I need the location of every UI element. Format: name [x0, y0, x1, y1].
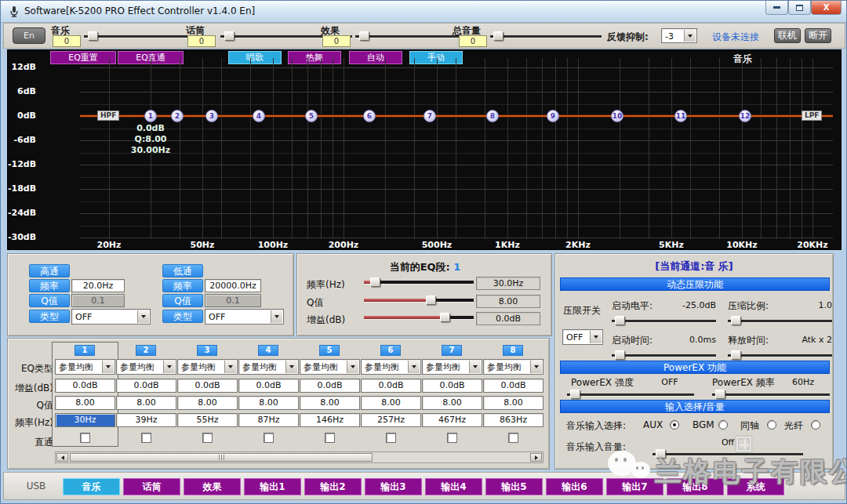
column-number[interactable]: 7: [442, 345, 462, 356]
maximize-button[interactable]: [788, 1, 811, 15]
gain-cell[interactable]: 0.0dB: [177, 379, 238, 393]
eq-point[interactable]: 4: [253, 110, 265, 122]
slider-thumb[interactable]: [359, 31, 369, 41]
column-number[interactable]: 6: [380, 345, 401, 356]
gain-cell[interactable]: 0.0dB: [300, 379, 360, 393]
dropdown-arrow-button[interactable]: [224, 361, 236, 373]
eq-type-dropdown[interactable]: 参量均衡: [300, 359, 360, 375]
limiter-param-slider[interactable]: [612, 315, 716, 326]
eq-graph-button[interactable]: 手动: [409, 51, 463, 64]
slider-thumb[interactable]: [426, 296, 436, 305]
bypass-checkbox[interactable]: [325, 433, 335, 443]
eq-type-dropdown[interactable]: 参量均衡: [483, 359, 543, 375]
freq-cell[interactable]: 39Hz: [116, 413, 176, 427]
scroll-left-button[interactable]: [56, 453, 68, 462]
channel-tab-4[interactable]: 输出1: [244, 478, 301, 495]
scroll-right-button[interactable]: [530, 453, 542, 462]
column-number[interactable]: 8: [503, 345, 523, 356]
bypass-checkbox[interactable]: [80, 433, 90, 443]
eq-point[interactable]: 12: [739, 110, 751, 122]
column-number[interactable]: 4: [258, 345, 278, 356]
bypass-checkbox[interactable]: [386, 433, 396, 443]
q-cell[interactable]: 8.00: [238, 396, 299, 410]
eq-graph-button[interactable]: 自动: [349, 51, 402, 64]
freq-cell[interactable]: 467Hz: [422, 413, 482, 427]
dropdown-arrow-button[interactable]: [469, 361, 481, 373]
freq-cell[interactable]: 87Hz: [238, 413, 299, 427]
slider-thumb[interactable]: [731, 316, 741, 325]
volume-slider[interactable]: [490, 31, 602, 42]
dropdown-arrow-button[interactable]: [408, 361, 420, 373]
table-hscrollbar[interactable]: [55, 451, 543, 463]
input-option-radio[interactable]: [670, 420, 679, 430]
dropdown-arrow-button[interactable]: [271, 310, 282, 323]
freq-cell[interactable]: 257Hz: [361, 413, 421, 427]
eq-type-dropdown[interactable]: 参量均衡: [55, 359, 115, 375]
channel-tab-10[interactable]: 输出7: [606, 478, 663, 495]
eq-type-dropdown[interactable]: 参量均衡: [116, 359, 176, 375]
limiter-param-slider[interactable]: [728, 350, 832, 361]
freq-cell[interactable]: 55Hz: [177, 413, 238, 427]
eq-point[interactable]: 9: [547, 110, 559, 122]
hpf-freq-input[interactable]: 20.0Hz: [71, 279, 125, 292]
limiter-param-slider[interactable]: [728, 315, 832, 326]
q-cell[interactable]: 8.00: [55, 396, 115, 410]
dropdown-arrow-button[interactable]: [137, 310, 149, 323]
bypass-checkbox[interactable]: [508, 433, 518, 443]
column-number[interactable]: 1: [75, 345, 95, 356]
column-number[interactable]: 5: [319, 345, 340, 356]
input-volume-slider[interactable]: [653, 448, 803, 459]
q-cell[interactable]: 8.00: [116, 396, 176, 410]
bypass-checkbox[interactable]: [447, 433, 457, 443]
channel-tab-7[interactable]: 输出4: [425, 478, 482, 495]
eq-graph-button[interactable]: EQ重置: [50, 51, 116, 64]
limiter-switch-dropdown[interactable]: OFF: [562, 329, 603, 345]
eq-point[interactable]: 7: [424, 110, 436, 122]
dropdown-arrow-button[interactable]: [102, 361, 114, 373]
lpf-badge[interactable]: LPF: [802, 111, 822, 121]
gain-cell[interactable]: 0.0dB: [238, 379, 299, 393]
close-button[interactable]: X: [811, 1, 842, 15]
minimize-button[interactable]: [765, 1, 788, 15]
eq-type-dropdown[interactable]: 参量均衡: [422, 359, 482, 375]
channel-tab-1[interactable]: 音乐: [63, 478, 120, 495]
lpf-freq-input[interactable]: 20000.0Hz: [205, 279, 261, 292]
input-option-radio[interactable]: [811, 420, 820, 430]
dropdown-arrow-button[interactable]: [590, 331, 602, 343]
eq-point[interactable]: 2: [171, 110, 184, 122]
dropdown-arrow-button[interactable]: [285, 361, 297, 373]
freq-cell[interactable]: 30Hz: [55, 413, 115, 427]
channel-tab-5[interactable]: 输出2: [304, 478, 362, 495]
eq-type-dropdown[interactable]: 参量均衡: [361, 359, 421, 375]
dropdown-arrow-button[interactable]: [163, 361, 175, 373]
disconnect-button[interactable]: 断开: [805, 28, 831, 43]
eq-point[interactable]: 8: [486, 110, 499, 122]
bypass-checkbox[interactable]: [141, 433, 151, 443]
input-option-radio[interactable]: [718, 420, 728, 430]
bypass-checkbox[interactable]: [202, 433, 213, 443]
channel-tab-3[interactable]: 效果: [184, 478, 241, 495]
powerex-param-slider[interactable]: [567, 389, 694, 400]
band-slider[interactable]: [364, 295, 474, 306]
slider-thumb[interactable]: [615, 350, 625, 360]
hpf-type-dropdown[interactable]: OFF: [71, 309, 151, 325]
freq-cell[interactable]: 863Hz: [483, 413, 543, 427]
eq-point[interactable]: 6: [363, 110, 376, 122]
bypass-checkbox[interactable]: [264, 433, 274, 443]
eq-point[interactable]: 5: [305, 110, 318, 122]
gain-cell[interactable]: 0.0dB: [483, 379, 543, 393]
freq-cell[interactable]: 146Hz: [300, 413, 360, 427]
input-option-radio[interactable]: [767, 420, 776, 430]
eq-graph[interactable]: 音乐 EQ重置EQ直通唱歌热舞自动手动12dB6dB0dB-6dB-12dB-1…: [7, 49, 842, 250]
title-bar[interactable]: Software[K-5200 PRO Effect Controller v1…: [1, 1, 847, 23]
gain-cell[interactable]: 0.0dB: [55, 379, 115, 393]
slider-thumb[interactable]: [370, 277, 380, 287]
feedback-suppression-dropdown[interactable]: -3: [661, 28, 697, 43]
slider-thumb[interactable]: [440, 313, 450, 322]
hpf-badge[interactable]: HPF: [97, 111, 119, 121]
channel-tab-9[interactable]: 输出6: [546, 478, 603, 495]
dropdown-arrow-button[interactable]: [347, 361, 358, 373]
column-number[interactable]: 3: [197, 345, 217, 356]
eq-type-dropdown[interactable]: 参量均衡: [238, 359, 299, 375]
language-button[interactable]: En: [13, 27, 45, 44]
